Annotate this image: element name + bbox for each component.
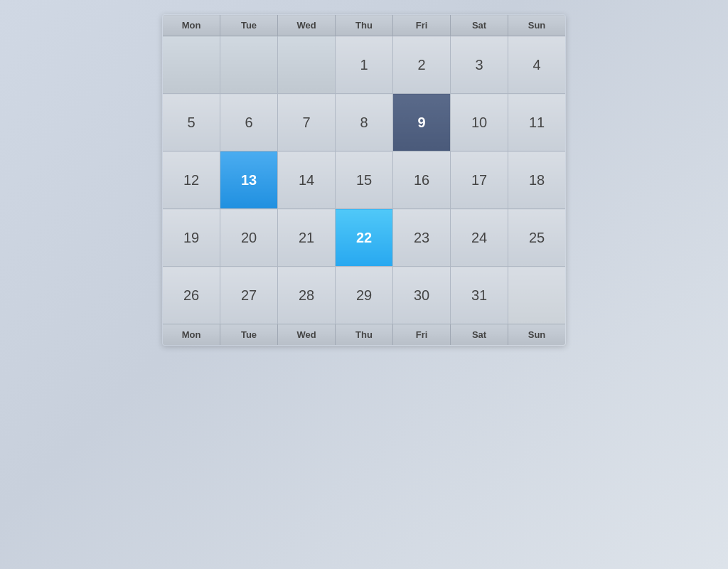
calendar-footer-mon: Mon	[163, 324, 220, 346]
calendar-week-2: 12131415161718	[163, 151, 566, 209]
calendar-day-12[interactable]: 12	[163, 151, 220, 209]
calendar-footer-thu: Thu	[336, 324, 393, 346]
calendar-day-28[interactable]: 28	[278, 267, 336, 324]
calendar-header-row: MonTueWedThuFriSatSun	[163, 15, 566, 36]
calendar-day-25[interactable]: 25	[508, 209, 566, 267]
calendar-day-30[interactable]: 30	[393, 267, 451, 324]
calendar-day-4[interactable]: 4	[508, 36, 566, 94]
calendar-day-19[interactable]: 19	[163, 209, 220, 267]
calendar-week-3: 19202122232425	[163, 209, 566, 267]
calendar-day-14[interactable]: 14	[278, 151, 336, 209]
calendar-day-16[interactable]: 16	[393, 151, 451, 209]
calendar-header-fri: Fri	[393, 15, 451, 36]
calendar-footer-sun: Sun	[508, 324, 566, 346]
calendar-day-27[interactable]: 27	[220, 267, 278, 324]
calendar-day-9[interactable]: 9	[393, 94, 451, 151]
calendar-container: MonTueWedThuFriSatSun 123456789101112131…	[162, 14, 566, 346]
calendar-day-31[interactable]: 31	[451, 267, 508, 324]
calendar-day-24[interactable]: 24	[451, 209, 508, 267]
calendar-day-1[interactable]: 1	[336, 36, 393, 94]
calendar-week-4: 262728293031	[163, 267, 566, 324]
calendar-header-tue: Tue	[220, 15, 278, 36]
calendar-header-sun: Sun	[508, 15, 566, 36]
calendar-day-18[interactable]: 18	[508, 151, 566, 209]
calendar-day-3[interactable]: 3	[451, 36, 508, 94]
calendar-day-11[interactable]: 11	[508, 94, 566, 151]
calendar-day-20[interactable]: 20	[220, 209, 278, 267]
calendar-week-1: 567891011	[163, 94, 566, 151]
calendar-day-5[interactable]: 5	[163, 94, 220, 151]
calendar-header-sat: Sat	[451, 15, 508, 36]
calendar-table: MonTueWedThuFriSatSun 123456789101112131…	[162, 14, 566, 346]
calendar-day-6[interactable]: 6	[220, 94, 278, 151]
calendar-header-wed: Wed	[278, 15, 336, 36]
calendar-footer-sat: Sat	[451, 324, 508, 346]
calendar-week-0: 1234	[163, 36, 566, 94]
calendar-footer-row: MonTueWedThuFriSatSun	[163, 324, 566, 346]
calendar-day-22[interactable]: 22	[336, 209, 393, 267]
calendar-empty-cell	[508, 267, 566, 324]
calendar-day-8[interactable]: 8	[336, 94, 393, 151]
calendar-day-17[interactable]: 17	[451, 151, 508, 209]
calendar-day-23[interactable]: 23	[393, 209, 451, 267]
calendar-footer-tue: Tue	[220, 324, 278, 346]
calendar-day-10[interactable]: 10	[451, 94, 508, 151]
calendar-day-26[interactable]: 26	[163, 267, 220, 324]
calendar-day-29[interactable]: 29	[336, 267, 393, 324]
calendar-empty-cell	[163, 36, 220, 94]
calendar-day-13[interactable]: 13	[220, 151, 278, 209]
calendar-header-thu: Thu	[336, 15, 393, 36]
calendar-header-mon: Mon	[163, 15, 220, 36]
calendar-empty-cell	[220, 36, 278, 94]
calendar-day-15[interactable]: 15	[336, 151, 393, 209]
calendar-footer-fri: Fri	[393, 324, 451, 346]
calendar-empty-cell	[278, 36, 336, 94]
calendar-footer-wed: Wed	[278, 324, 336, 346]
calendar-day-21[interactable]: 21	[278, 209, 336, 267]
calendar-day-7[interactable]: 7	[278, 94, 336, 151]
calendar-day-2[interactable]: 2	[393, 36, 451, 94]
